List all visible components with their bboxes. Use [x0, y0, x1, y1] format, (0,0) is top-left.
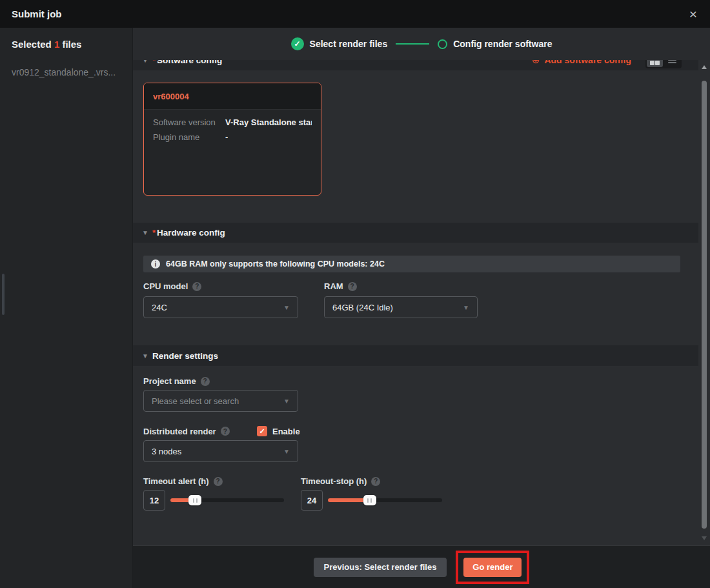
main-panel: ✓ Select render files Config render soft… [133, 28, 710, 588]
collapse-arrow-icon[interactable]: ▼ [142, 229, 148, 236]
selected-count: 1 [54, 39, 59, 50]
project-name-placeholder: Please select or search [152, 396, 239, 406]
previous-step-button[interactable]: Previous: Select render files [314, 558, 447, 577]
ram-dropdown[interactable]: 64GB (24C Idle) ▼ [324, 296, 478, 318]
slider-handle[interactable] [363, 495, 376, 505]
ram-label: RAM ? [324, 281, 357, 291]
close-icon[interactable]: × [689, 7, 697, 21]
dialog-title: Submit job [12, 8, 62, 19]
render-settings-header[interactable]: ▼ Render settings [133, 345, 698, 366]
selected-prefix: Selected [12, 39, 52, 50]
project-name-label-text: Project name [143, 376, 196, 386]
help-icon[interactable]: ? [348, 282, 357, 291]
add-software-config-label: Add software config [544, 60, 631, 65]
cpu-model-value: 24C [152, 303, 167, 312]
render-settings-title: Render settings [152, 351, 218, 361]
dialog-body: Selected 1 files vr0912_standalone_.vrs.… [0, 28, 710, 588]
step-config-render-software[interactable]: Config render software [438, 39, 552, 49]
add-software-config-link[interactable]: ⊕ Add software config [532, 60, 631, 66]
hardware-dropdowns-row: 24C ▼ 64GB (24C Idle) ▼ [143, 296, 698, 318]
required-asterisk: * [152, 60, 156, 65]
nodes-value: 3 nodes [152, 447, 181, 456]
scrollbar-thumb[interactable] [702, 81, 707, 529]
timeout-alert-input[interactable]: 12 [143, 490, 165, 511]
go-render-highlight-annotation: Go render [456, 551, 529, 584]
hardware-labels-row: CPU model ? RAM ? [143, 281, 698, 291]
scroll-up-arrow-icon[interactable] [702, 65, 707, 69]
software-config-header[interactable]: ▼ * Software config ⊕ Add software confi… [133, 60, 698, 70]
ram-info-banner: i 64GB RAM only supports the following C… [143, 256, 680, 272]
dropdown-caret-icon: ▼ [283, 304, 290, 311]
cpu-model-dropdown[interactable]: 24C ▼ [143, 296, 298, 318]
ram-label-text: RAM [324, 281, 343, 291]
project-name-row: Please select or search ▼ [143, 390, 698, 412]
plugin-name-value: - [225, 132, 228, 142]
help-icon[interactable]: ? [201, 377, 210, 386]
software-config-title: Software config [157, 60, 222, 65]
dialog-titlebar: Submit job × [0, 0, 710, 28]
project-name-label-row: Project name ? [143, 376, 698, 386]
hardware-config-header[interactable]: ▼ * Hardware config [133, 223, 698, 243]
card-row-software-version: Software version V-Ray Standalone stan..… [153, 117, 312, 127]
list-view-icon [668, 60, 676, 63]
step2-label: Config render software [453, 39, 552, 49]
card-row-plugin-name: Plugin name - [153, 132, 312, 142]
step-current-circle-icon [438, 39, 447, 49]
scroll-down-arrow-icon[interactable] [702, 536, 707, 540]
selected-files-heading: Selected 1 files [0, 28, 132, 50]
nodes-dropdown[interactable]: 3 nodes ▼ [143, 440, 298, 462]
software-version-value: V-Ray Standalone stan... [225, 117, 312, 127]
selected-files-sidebar: Selected 1 files vr0912_standalone_.vrs.… [0, 28, 133, 588]
sidebar-scrollbar-thumb[interactable] [2, 274, 5, 315]
wizard-stepper: ✓ Select render files Config render soft… [133, 28, 710, 60]
grid-view-button[interactable] [647, 60, 663, 67]
selected-suffix: files [62, 39, 81, 50]
timeout-stop-label-text: Timeout-stop (h) [301, 476, 367, 486]
dropdown-caret-icon: ▼ [463, 304, 469, 311]
stepper-connector [396, 43, 429, 45]
timeout-alert-slider[interactable] [170, 495, 284, 505]
required-asterisk: * [152, 228, 156, 238]
help-icon[interactable]: ? [192, 282, 201, 291]
grid-view-icon [650, 60, 660, 65]
collapse-arrow-icon[interactable]: ▼ [142, 60, 148, 64]
dialog-footer: Previous: Select render files Go render [133, 545, 710, 588]
project-name-label: Project name ? [143, 376, 210, 386]
enable-checkbox[interactable]: ✓ [257, 426, 267, 436]
add-icon: ⊕ [532, 60, 540, 66]
list-item-file[interactable]: vr0912_standalone_.vrs... [0, 50, 132, 77]
timeout-alert-label-text: Timeout alert (h) [143, 476, 209, 486]
dropdown-caret-icon: ▼ [283, 448, 290, 455]
submit-job-dialog: Submit job × Selected 1 files vr0912_sta… [0, 0, 710, 588]
content-scrollbar [698, 61, 710, 545]
distributed-render-row: Distributed render ? ✓ Enable [143, 426, 698, 436]
timeout-stop-input[interactable]: 24 [301, 490, 323, 511]
distributed-render-label: Distributed render ? [143, 427, 257, 436]
view-mode-toggle [645, 60, 682, 68]
software-config-card[interactable]: vr600004 Software version V-Ray Standalo… [143, 83, 321, 196]
project-name-dropdown[interactable]: Please select or search ▼ [143, 390, 298, 412]
slider-handle[interactable] [188, 495, 201, 505]
go-render-button[interactable]: Go render [463, 558, 522, 577]
timeout-stop-slider[interactable] [328, 495, 442, 505]
timeout-labels-row: Timeout alert (h) ? Timeout-stop (h) ? [143, 476, 698, 486]
timeout-alert-label: Timeout alert (h) ? [143, 476, 301, 486]
help-icon[interactable]: ? [221, 427, 230, 436]
software-card-title: vr600004 [144, 83, 321, 110]
timeout-stop-label: Timeout-stop (h) ? [301, 476, 380, 486]
nodes-row: 3 nodes ▼ [143, 440, 698, 462]
scroll-content: ▼ * Software config ⊕ Add software confi… [133, 60, 698, 545]
help-icon[interactable]: ? [371, 477, 380, 486]
enable-checkbox-label: Enable [272, 427, 300, 436]
list-view-button[interactable] [664, 60, 680, 67]
dropdown-caret-icon: ▼ [283, 398, 290, 405]
step1-label: Select render files [310, 39, 388, 49]
cpu-model-label: CPU model ? [143, 281, 324, 291]
collapse-arrow-icon[interactable]: ▼ [142, 352, 148, 360]
hardware-config-title: Hardware config [157, 228, 225, 238]
plugin-name-label: Plugin name [153, 132, 225, 142]
distributed-render-label-text: Distributed render [143, 427, 216, 436]
step-select-render-files[interactable]: ✓ Select render files [291, 37, 388, 50]
help-icon[interactable]: ? [214, 477, 223, 486]
ram-value: 64GB (24C Idle) [332, 303, 393, 312]
